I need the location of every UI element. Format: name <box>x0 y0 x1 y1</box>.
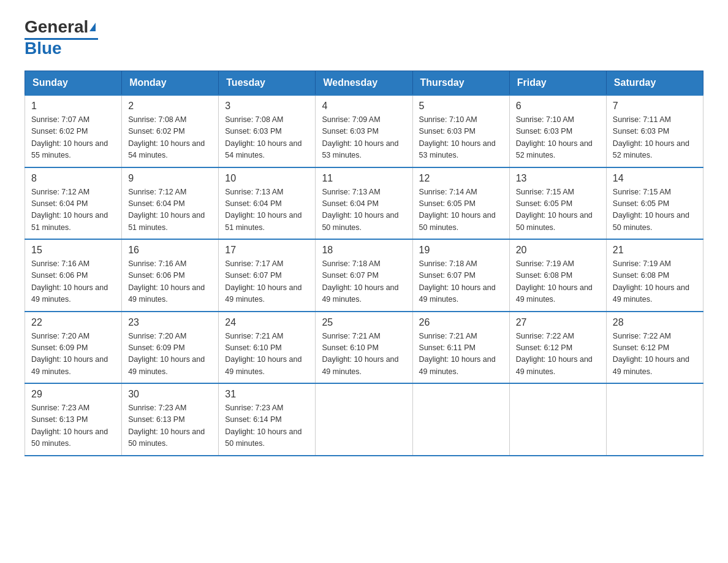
day-info: Sunrise: 7:22 AM Sunset: 6:12 PM Dayligh… <box>516 331 600 378</box>
day-info: Sunrise: 7:23 AM Sunset: 6:13 PM Dayligh… <box>31 402 115 450</box>
day-header-wednesday: Wednesday <box>316 71 412 96</box>
day-header-saturday: Saturday <box>606 71 703 96</box>
day-number: 15 <box>31 245 115 256</box>
calendar-cell <box>606 383 703 456</box>
calendar-cell: 22 Sunrise: 7:20 AM Sunset: 6:09 PM Dayl… <box>25 312 122 384</box>
day-info: Sunrise: 7:19 AM Sunset: 6:08 PM Dayligh… <box>613 258 697 306</box>
day-info: Sunrise: 7:11 AM Sunset: 6:03 PM Dayligh… <box>613 114 697 162</box>
calendar-cell: 31 Sunrise: 7:23 AM Sunset: 6:14 PM Dayl… <box>219 383 316 456</box>
day-info: Sunrise: 7:21 AM Sunset: 6:10 PM Dayligh… <box>322 331 406 378</box>
day-number: 28 <box>613 317 697 328</box>
day-number: 29 <box>31 389 115 400</box>
calendar-cell: 18 Sunrise: 7:18 AM Sunset: 6:07 PM Dayl… <box>316 239 412 312</box>
calendar-week-row: 15 Sunrise: 7:16 AM Sunset: 6:06 PM Dayl… <box>25 239 703 312</box>
calendar-cell: 11 Sunrise: 7:13 AM Sunset: 6:04 PM Dayl… <box>316 167 412 240</box>
day-number: 19 <box>419 245 503 256</box>
calendar-cell: 26 Sunrise: 7:21 AM Sunset: 6:11 PM Dayl… <box>412 312 509 384</box>
calendar-cell: 6 Sunrise: 7:10 AM Sunset: 6:03 PM Dayli… <box>509 95 606 167</box>
calendar-cell: 24 Sunrise: 7:21 AM Sunset: 6:10 PM Dayl… <box>219 312 316 384</box>
calendar-cell: 9 Sunrise: 7:12 AM Sunset: 6:04 PM Dayli… <box>122 167 219 240</box>
calendar-cell: 3 Sunrise: 7:08 AM Sunset: 6:03 PM Dayli… <box>219 95 316 167</box>
day-info: Sunrise: 7:21 AM Sunset: 6:11 PM Dayligh… <box>419 331 503 378</box>
day-number: 31 <box>225 389 309 400</box>
calendar-cell <box>509 383 606 456</box>
day-number: 24 <box>225 317 309 328</box>
calendar-week-row: 22 Sunrise: 7:20 AM Sunset: 6:09 PM Dayl… <box>25 312 703 384</box>
day-info: Sunrise: 7:14 AM Sunset: 6:05 PM Dayligh… <box>419 186 503 234</box>
day-header-monday: Monday <box>122 71 219 96</box>
calendar-week-row: 1 Sunrise: 7:07 AM Sunset: 6:02 PM Dayli… <box>25 95 703 167</box>
day-info: Sunrise: 7:20 AM Sunset: 6:09 PM Dayligh… <box>128 331 212 378</box>
day-info: Sunrise: 7:10 AM Sunset: 6:03 PM Dayligh… <box>516 114 600 162</box>
day-info: Sunrise: 7:16 AM Sunset: 6:06 PM Dayligh… <box>128 258 212 306</box>
calendar-cell: 2 Sunrise: 7:08 AM Sunset: 6:02 PM Dayli… <box>122 95 219 167</box>
calendar-header-row: SundayMondayTuesdayWednesdayThursdayFrid… <box>25 71 703 96</box>
logo-triangle-icon <box>89 23 96 31</box>
calendar-cell: 14 Sunrise: 7:15 AM Sunset: 6:05 PM Dayl… <box>606 167 703 240</box>
day-number: 18 <box>322 245 406 256</box>
page-header: General Blue <box>25 18 703 58</box>
calendar-cell: 23 Sunrise: 7:20 AM Sunset: 6:09 PM Dayl… <box>122 312 219 384</box>
day-header-friday: Friday <box>509 71 606 96</box>
calendar-cell: 5 Sunrise: 7:10 AM Sunset: 6:03 PM Dayli… <box>412 95 509 167</box>
day-number: 6 <box>516 101 600 112</box>
calendar-cell: 30 Sunrise: 7:23 AM Sunset: 6:13 PM Dayl… <box>122 383 219 456</box>
day-info: Sunrise: 7:12 AM Sunset: 6:04 PM Dayligh… <box>128 186 212 234</box>
day-number: 13 <box>516 173 600 184</box>
day-info: Sunrise: 7:23 AM Sunset: 6:14 PM Dayligh… <box>225 402 309 450</box>
calendar-cell: 25 Sunrise: 7:21 AM Sunset: 6:10 PM Dayl… <box>316 312 412 384</box>
day-header-tuesday: Tuesday <box>219 71 316 96</box>
logo-text-general: General <box>25 18 88 36</box>
day-number: 26 <box>419 317 503 328</box>
day-number: 20 <box>516 245 600 256</box>
calendar-cell: 27 Sunrise: 7:22 AM Sunset: 6:12 PM Dayl… <box>509 312 606 384</box>
calendar-cell <box>412 383 509 456</box>
day-number: 1 <box>31 101 115 112</box>
calendar-cell: 17 Sunrise: 7:17 AM Sunset: 6:07 PM Dayl… <box>219 239 316 312</box>
day-number: 4 <box>322 101 406 112</box>
day-info: Sunrise: 7:07 AM Sunset: 6:02 PM Dayligh… <box>31 114 115 162</box>
day-info: Sunrise: 7:13 AM Sunset: 6:04 PM Dayligh… <box>225 186 309 234</box>
day-info: Sunrise: 7:10 AM Sunset: 6:03 PM Dayligh… <box>419 114 503 162</box>
day-info: Sunrise: 7:18 AM Sunset: 6:07 PM Dayligh… <box>322 258 406 306</box>
day-info: Sunrise: 7:18 AM Sunset: 6:07 PM Dayligh… <box>419 258 503 306</box>
calendar-cell: 19 Sunrise: 7:18 AM Sunset: 6:07 PM Dayl… <box>412 239 509 312</box>
day-info: Sunrise: 7:20 AM Sunset: 6:09 PM Dayligh… <box>31 331 115 378</box>
day-info: Sunrise: 7:08 AM Sunset: 6:02 PM Dayligh… <box>128 114 212 162</box>
calendar-cell: 7 Sunrise: 7:11 AM Sunset: 6:03 PM Dayli… <box>606 95 703 167</box>
day-number: 27 <box>516 317 600 328</box>
day-info: Sunrise: 7:13 AM Sunset: 6:04 PM Dayligh… <box>322 186 406 234</box>
day-header-thursday: Thursday <box>412 71 509 96</box>
calendar-cell: 8 Sunrise: 7:12 AM Sunset: 6:04 PM Dayli… <box>25 167 122 240</box>
day-info: Sunrise: 7:15 AM Sunset: 6:05 PM Dayligh… <box>613 186 697 234</box>
day-number: 17 <box>225 245 309 256</box>
day-number: 23 <box>128 317 212 328</box>
calendar-cell: 20 Sunrise: 7:19 AM Sunset: 6:08 PM Dayl… <box>509 239 606 312</box>
day-number: 11 <box>322 173 406 184</box>
day-number: 12 <box>419 173 503 184</box>
day-info: Sunrise: 7:09 AM Sunset: 6:03 PM Dayligh… <box>322 114 406 162</box>
day-info: Sunrise: 7:22 AM Sunset: 6:12 PM Dayligh… <box>613 331 697 378</box>
calendar-cell: 16 Sunrise: 7:16 AM Sunset: 6:06 PM Dayl… <box>122 239 219 312</box>
calendar-cell: 29 Sunrise: 7:23 AM Sunset: 6:13 PM Dayl… <box>25 383 122 456</box>
calendar-cell: 1 Sunrise: 7:07 AM Sunset: 6:02 PM Dayli… <box>25 95 122 167</box>
calendar-cell: 28 Sunrise: 7:22 AM Sunset: 6:12 PM Dayl… <box>606 312 703 384</box>
logo: General Blue <box>25 18 98 58</box>
day-info: Sunrise: 7:23 AM Sunset: 6:13 PM Dayligh… <box>128 402 212 450</box>
calendar-cell <box>316 383 412 456</box>
day-number: 9 <box>128 173 212 184</box>
day-info: Sunrise: 7:19 AM Sunset: 6:08 PM Dayligh… <box>516 258 600 306</box>
calendar-cell: 21 Sunrise: 7:19 AM Sunset: 6:08 PM Dayl… <box>606 239 703 312</box>
day-header-sunday: Sunday <box>25 71 122 96</box>
calendar-cell: 4 Sunrise: 7:09 AM Sunset: 6:03 PM Dayli… <box>316 95 412 167</box>
day-number: 2 <box>128 101 212 112</box>
day-number: 21 <box>613 245 697 256</box>
day-info: Sunrise: 7:17 AM Sunset: 6:07 PM Dayligh… <box>225 258 309 306</box>
calendar-week-row: 29 Sunrise: 7:23 AM Sunset: 6:13 PM Dayl… <box>25 383 703 456</box>
day-number: 30 <box>128 389 212 400</box>
calendar-cell: 10 Sunrise: 7:13 AM Sunset: 6:04 PM Dayl… <box>219 167 316 240</box>
day-info: Sunrise: 7:15 AM Sunset: 6:05 PM Dayligh… <box>516 186 600 234</box>
day-number: 14 <box>613 173 697 184</box>
calendar-table: SundayMondayTuesdayWednesdayThursdayFrid… <box>25 71 703 456</box>
day-number: 25 <box>322 317 406 328</box>
